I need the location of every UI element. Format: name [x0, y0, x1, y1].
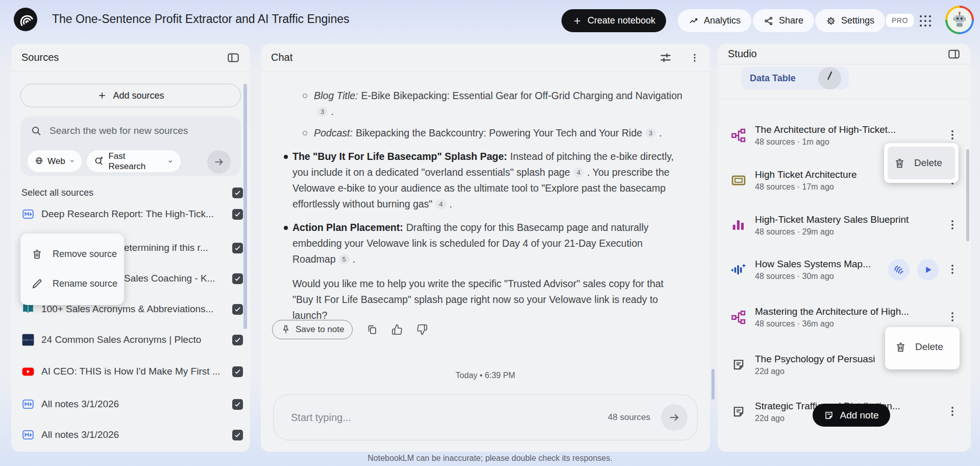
- top-bar: The One-Sentence Profit Extractor and AI…: [0, 0, 980, 40]
- chevron-down-icon: [167, 158, 174, 165]
- mindmap-icon: [730, 309, 747, 326]
- source-checkbox[interactable]: [232, 273, 243, 284]
- source-row[interactable]: All notes 3/1/2026: [21, 426, 243, 444]
- source-context-menu: Remove source Rename source: [20, 234, 124, 305]
- item-more-options-icon[interactable]: [946, 129, 959, 142]
- collapse-sources-panel-icon[interactable]: [227, 51, 240, 64]
- plecto-favicon: PLECTO: [21, 333, 35, 346]
- delete-menu-item[interactable]: Delete: [888, 147, 955, 179]
- settings-button[interactable]: Settings: [815, 9, 885, 32]
- note-icon: [824, 410, 834, 421]
- interactive-mode-button[interactable]: [888, 259, 910, 281]
- citation-chip[interactable]: 4: [435, 199, 446, 209]
- chat-input[interactable]: [290, 411, 608, 424]
- robot-avatar-image: [947, 8, 972, 32]
- notebook-title: The One-Sentence Profit Extractor and AI…: [52, 12, 350, 26]
- google-apps-grid-icon[interactable]: [919, 14, 932, 28]
- citation-chip[interactable]: 3: [645, 128, 656, 138]
- notebooklm-app: The One-Sentence Profit Extractor and AI…: [0, 0, 980, 466]
- sources-scrollbar[interactable]: [243, 84, 247, 329]
- collapse-studio-panel-icon[interactable]: [947, 48, 961, 61]
- add-note-button[interactable]: Add note: [813, 404, 890, 427]
- sources-panel-title: Sources: [21, 52, 59, 63]
- search-icon: [31, 125, 42, 136]
- note-source-icon: [21, 207, 35, 221]
- globe-icon: [35, 156, 43, 167]
- chat-settings-tune-icon[interactable]: [659, 51, 672, 64]
- rename-source-menu-item[interactable]: Rename source: [20, 269, 124, 298]
- chat-scrollbar[interactable]: [712, 369, 715, 400]
- create-notebook-button[interactable]: Create notebook: [561, 9, 666, 32]
- chat-date-divider: Today • 6:39 PM: [261, 371, 710, 380]
- research-sparkle-icon: [94, 156, 104, 167]
- thumbs-up-icon[interactable]: [391, 324, 403, 335]
- delete-menu-item[interactable]: Delete: [889, 331, 956, 363]
- search-submit-button[interactable]: [207, 150, 231, 174]
- data-table-chip[interactable]: Data Table: [741, 67, 849, 89]
- message-actions-row: Save to note: [272, 320, 428, 339]
- youtube-favicon: [21, 365, 35, 378]
- chat-input-container: 48 sources: [273, 394, 698, 440]
- studio-item-row[interactable]: The Acronym Method for Batching...: [730, 441, 959, 452]
- citation-chip[interactable]: 5: [339, 254, 350, 264]
- studio-delete-menu: Delete: [885, 327, 960, 369]
- source-checkbox[interactable]: [232, 243, 243, 253]
- studio-divider: [718, 99, 971, 99]
- select-all-checkbox[interactable]: [232, 188, 243, 198]
- chat-panel-header: Chat: [261, 44, 710, 72]
- source-row[interactable]: AI CEO: THIS is How I'd Make My First ..…: [21, 363, 243, 380]
- share-button[interactable]: Share: [753, 9, 814, 32]
- send-message-button[interactable]: [661, 404, 688, 431]
- source-row[interactable]: Deep Research Report: The High-Tick...: [21, 205, 243, 223]
- search-sources-input[interactable]: [48, 125, 224, 137]
- studio-panel-header: Studio: [718, 44, 971, 64]
- chat-more-options-icon[interactable]: [690, 51, 700, 64]
- remove-source-menu-item[interactable]: Remove source: [20, 239, 124, 269]
- pin-icon: [281, 324, 291, 335]
- research-mode-dropdown[interactable]: Fast Research: [87, 150, 181, 172]
- source-checkbox[interactable]: [232, 366, 243, 377]
- item-more-options-icon[interactable]: [946, 311, 959, 324]
- bar-chart-icon: [730, 217, 747, 234]
- audio-overview-icon: [730, 261, 747, 278]
- item-more-options-icon[interactable]: [946, 219, 959, 232]
- source-checkbox[interactable]: [232, 209, 243, 220]
- source-checkbox[interactable]: [232, 335, 243, 345]
- citation-chip[interactable]: 4: [573, 168, 584, 177]
- source-checkbox[interactable]: [232, 304, 243, 315]
- user-avatar[interactable]: [945, 6, 974, 34]
- pencil-icon: [31, 278, 43, 290]
- copy-icon[interactable]: [366, 324, 378, 335]
- source-row[interactable]: PLECTO 24 Common Sales Acronyms | Plecto: [21, 331, 243, 348]
- studio-item-row[interactable]: How Sales Systems Map... 48 sources · 30…: [730, 254, 959, 286]
- note-icon: [730, 403, 747, 421]
- trash-icon: [895, 341, 906, 353]
- plus-icon: [572, 16, 582, 26]
- play-audio-button[interactable]: [917, 259, 939, 281]
- sources-panel: Sources Add sources Web: [11, 44, 250, 452]
- item-more-options-icon[interactable]: [946, 450, 959, 452]
- share-icon: [764, 16, 774, 26]
- studio-item-row[interactable]: High-Ticket Mastery Sales Blueprint 48 s…: [730, 209, 959, 241]
- save-to-note-button[interactable]: Save to note: [272, 320, 353, 339]
- carousel-next-button[interactable]: [818, 67, 841, 89]
- chat-closing-question: Would you like me to help you write the …: [292, 276, 687, 323]
- plus-icon: [97, 90, 107, 101]
- item-more-options-icon[interactable]: [946, 405, 959, 418]
- item-more-options-icon[interactable]: [946, 263, 959, 276]
- note-icon: [730, 448, 747, 452]
- source-checkbox[interactable]: [232, 399, 243, 410]
- thumbs-down-icon[interactable]: [416, 324, 428, 335]
- studio-panel: Studio Data Table The Architecture of Hi…: [718, 44, 971, 452]
- source-row[interactable]: All notes 3/1/2026: [21, 395, 243, 413]
- studio-scrollbar[interactable]: [966, 149, 969, 241]
- citation-chip[interactable]: 3: [317, 107, 328, 116]
- flashcards-icon: [730, 172, 747, 189]
- notebooklm-logo-icon[interactable]: [13, 7, 38, 32]
- add-sources-button[interactable]: Add sources: [20, 84, 241, 107]
- web-filter-dropdown[interactable]: Web: [28, 150, 82, 172]
- source-checkbox[interactable]: [232, 430, 243, 440]
- note-source-icon: [21, 428, 35, 441]
- pro-badge: PRO: [886, 14, 914, 27]
- analytics-button[interactable]: Analytics: [678, 9, 751, 32]
